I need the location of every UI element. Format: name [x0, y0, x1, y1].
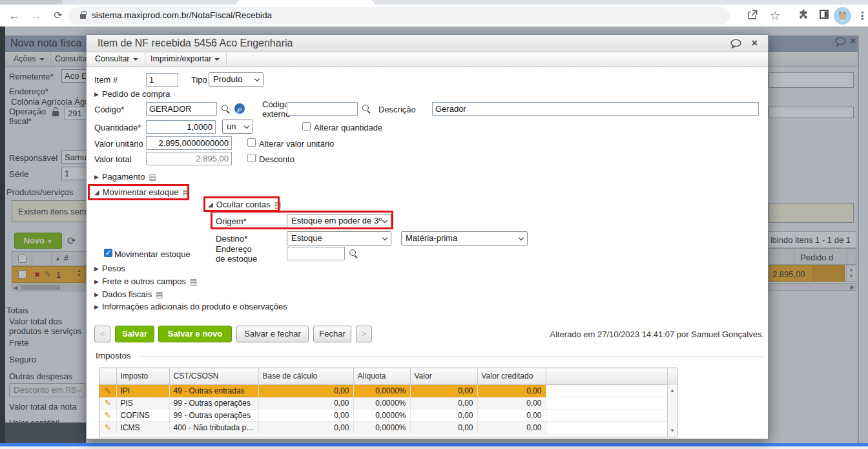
row-checkbox[interactable]	[18, 270, 26, 278]
fechar-button[interactable]: Fechar	[313, 326, 351, 342]
modal-menu-consultar[interactable]: Consultar	[88, 52, 145, 66]
refresh-icon[interactable]: ⟳	[67, 235, 76, 247]
note-icon[interactable]: ▤	[156, 290, 163, 299]
alterar-valor-checkbox[interactable]	[247, 138, 256, 147]
bg-right-input-2[interactable]	[769, 107, 854, 118]
codigo-externo-search-icon[interactable]	[362, 105, 371, 114]
bg-grid-vscrollbar[interactable]: ▲ ▼	[846, 265, 856, 282]
scroll-up-icon[interactable]: ▲	[670, 388, 675, 393]
col-imposto[interactable]: Imposto	[116, 368, 169, 384]
scroll-down-icon[interactable]: ▼	[670, 428, 675, 433]
edit-pencil-icon[interactable]: ✎	[104, 386, 111, 395]
inactive-tab[interactable]	[0, 0, 62, 5]
bg-menu-acoes[interactable]: Ações	[8, 52, 51, 66]
valor-total-input[interactable]	[146, 152, 232, 165]
col-cst[interactable]: CST/CSOSN	[169, 368, 258, 384]
salvar-e-fechar-button[interactable]: Salvar e fechar	[236, 326, 309, 342]
table-row-ipi[interactable]: ✎ IPI 49 - Outras entradas 0,00 0,0000% …	[99, 384, 668, 397]
modal-titlebar[interactable]: Item de NF recebida 5456 Aco Engenharia …	[87, 35, 768, 52]
edit-pencil-icon[interactable]: ✎	[104, 398, 111, 408]
side-panel-icon[interactable]	[816, 8, 832, 24]
scroll-right-icon[interactable]: ▶	[851, 284, 854, 290]
alterar-quantidade-checkbox[interactable]	[302, 122, 311, 131]
codigo-search-icon[interactable]	[222, 105, 231, 114]
col-base[interactable]: Base de cálculo	[258, 368, 353, 384]
bg-valor-cell[interactable]: 2.895,00	[769, 265, 812, 282]
next-item-button[interactable]: >	[356, 326, 372, 342]
salvar-button[interactable]: Salvar	[115, 326, 154, 342]
select-all-checkbox[interactable]	[18, 255, 26, 263]
sort-asc-icon[interactable]: ▲	[55, 255, 61, 262]
menu-kebab-icon[interactable]: ⋮	[854, 8, 868, 24]
impostos-vscrollbar[interactable]: ▲ ▼	[667, 368, 677, 437]
table-row-cofins[interactable]: ✎ COFINS 99 - Outras operações 0,00 0,00…	[99, 409, 668, 421]
extensions-puzzle-icon[interactable]	[796, 8, 811, 24]
note-icon[interactable]: ▤	[274, 200, 282, 209]
bg-pedido-cell[interactable]	[812, 265, 845, 282]
scroll-up-icon[interactable]: ▲	[849, 267, 854, 273]
note-icon[interactable]: ▤	[190, 277, 197, 286]
edit-pencil-icon[interactable]: ✎	[104, 423, 111, 432]
endereco-estoque-search-icon[interactable]	[349, 249, 358, 258]
desconto-select[interactable]: Desconto em R$	[9, 383, 85, 397]
note-icon[interactable]: ▤	[182, 188, 189, 197]
origem-select[interactable]: Estoque em poder de 3º	[287, 214, 391, 228]
destino-select[interactable]: Estoque	[287, 231, 391, 245]
address-bar[interactable]: sistema.maxiprod.com.br/NotaFiscal/Receb…	[68, 7, 730, 25]
descricao-input[interactable]	[432, 102, 759, 116]
lock-icon[interactable]	[80, 14, 86, 19]
section-ocultar-contas[interactable]: ◢Ocultar contas▤	[208, 200, 282, 209]
bg-chat-bubble-icon[interactable]	[834, 37, 847, 47]
table-row-icms[interactable]: ✎ ICMS 400 - Não tributada pel... 0,00 0…	[99, 421, 668, 433]
movimentar-estoque-checkbox[interactable]	[104, 249, 112, 257]
profile-avatar[interactable]	[834, 7, 851, 25]
scroll-left-icon[interactable]: ◀	[14, 285, 17, 291]
codigo-input[interactable]	[146, 102, 217, 116]
number-col-header[interactable]: #	[64, 254, 68, 263]
section-pedido-compra[interactable]: ▶Pedido de compra	[94, 89, 170, 99]
scroll-thumb[interactable]	[21, 285, 60, 290]
unidade-select[interactable]: un	[222, 120, 253, 134]
table-row-pis[interactable]: ✎ PIS 99 - Outras operações 0,00 0,0000%…	[99, 397, 668, 409]
modal-close-icon[interactable]: ×	[752, 39, 758, 48]
edit-pencil-icon[interactable]: ✎	[104, 410, 111, 420]
active-tab[interactable]	[236, 0, 375, 5]
modal-chat-bubble-icon[interactable]	[730, 39, 742, 48]
delete-row-icon[interactable]: ✖	[34, 271, 40, 279]
scroll-down-icon[interactable]: ▼	[849, 274, 854, 279]
section-info-adicionais[interactable]: ▶Informações adicionais do produto e obs…	[94, 302, 287, 311]
valor-unitario-input[interactable]	[146, 136, 232, 150]
item-input[interactable]	[146, 73, 178, 87]
bookmark-star-icon[interactable]: ☆	[767, 8, 783, 24]
reorder-icons[interactable]: ▲▼	[77, 268, 81, 277]
col-creditado[interactable]: Valor creditado	[477, 368, 546, 384]
section-frete[interactable]: ▶Frete e outros campos▤	[94, 277, 197, 286]
categoria-select[interactable]: Matéria-prima	[401, 231, 528, 245]
back-icon[interactable]: ←	[5, 6, 23, 25]
desconto-checkbox[interactable]	[247, 154, 256, 162]
reload-icon[interactable]: ⟳	[49, 6, 67, 25]
section-movimentar-estoque[interactable]: ◢Movimentar estoque▤	[94, 187, 190, 197]
forward-icon[interactable]: →	[27, 6, 45, 25]
modal-menu-imprimir[interactable]: Imprimir/exportar	[144, 52, 227, 66]
section-dados-fiscais[interactable]: ▶Dados fiscais▤	[94, 289, 163, 299]
col-valor[interactable]: Valor	[410, 368, 477, 384]
note-icon[interactable]: ▤	[149, 172, 156, 182]
tipo-select[interactable]: Produto	[209, 72, 264, 87]
col-aliquota[interactable]: Alíquota	[353, 368, 410, 384]
prev-item-button[interactable]: <	[94, 326, 110, 342]
endereco-estoque-input[interactable]	[287, 247, 345, 260]
novo-button[interactable]: Novo ▼	[14, 233, 62, 249]
codigo-externo-input[interactable]	[287, 102, 358, 116]
bg-grid-hscrollbar-right[interactable]: ▶	[769, 283, 856, 291]
share-icon[interactable]	[745, 8, 760, 24]
url-text[interactable]: sistema.maxiprod.com.br/NotaFiscal/Receb…	[92, 10, 272, 20]
section-pagamento[interactable]: ▶Pagamento▤	[94, 172, 156, 182]
section-pesos[interactable]: ▶Pesos	[94, 264, 125, 273]
pedido-col-header[interactable]: Pedido d	[800, 253, 833, 262]
codigo-info-icon[interactable]: ℘	[234, 103, 245, 114]
quantidade-input[interactable]	[146, 120, 216, 134]
bg-close-icon[interactable]: ×	[850, 37, 856, 46]
edit-row-icon[interactable]: ✎	[44, 269, 51, 279]
salvar-e-novo-button[interactable]: Salvar e novo	[158, 326, 232, 342]
